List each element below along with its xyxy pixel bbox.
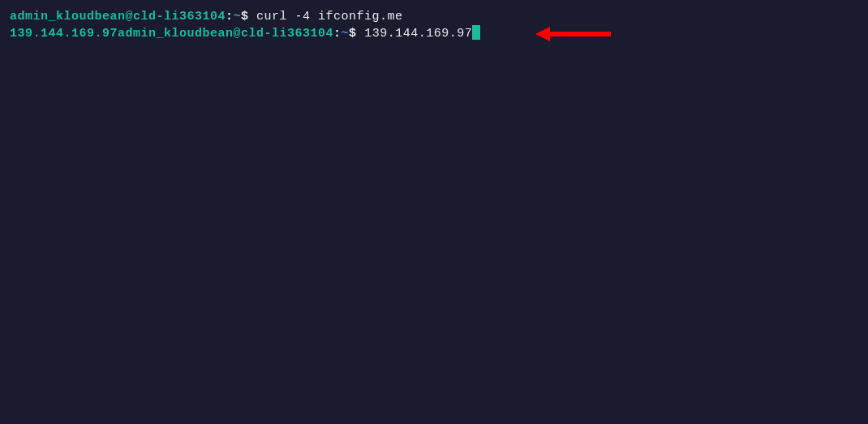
prompt-path: ~ — [342, 27, 350, 41]
arrow-head-icon — [535, 27, 550, 41]
terminal[interactable]: admin_kloudbean@cld-li363104:~$ curl -4 … — [10, 8, 858, 42]
command-text: curl -4 ifconfig.me — [256, 10, 403, 24]
annotation-arrow — [535, 27, 611, 41]
prompt-path: ~ — [234, 10, 242, 24]
prompt-dollar: $ — [241, 10, 256, 24]
prompt-separator: : — [333, 27, 342, 41]
command-output: 139.144.169.97 — [10, 27, 118, 41]
prompt-user-host: admin_kloudbean@cld-li363104 — [118, 27, 333, 41]
prompt-user-host: admin_kloudbean@cld-li363104 — [10, 10, 226, 24]
prompt-dollar: $ — [349, 27, 364, 41]
prompt-separator: : — [226, 10, 234, 24]
cursor — [472, 25, 480, 40]
terminal-line-1: admin_kloudbean@cld-li363104:~$ curl -4 … — [10, 8, 858, 25]
typed-input: 139.144.169.97 — [364, 27, 472, 41]
terminal-line-2: 139.144.169.97admin_kloudbean@cld-li3631… — [10, 25, 858, 42]
arrow-shaft — [550, 32, 611, 36]
